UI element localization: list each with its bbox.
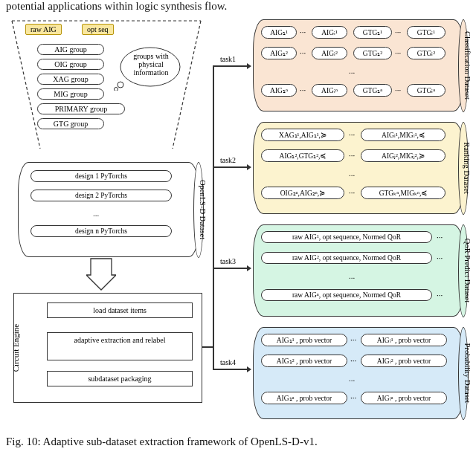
ds-cell: AIG₁¹ <box>261 26 297 39</box>
ds-cell: raw AIGⁿ, opt sequence, Normed QoR <box>261 289 432 301</box>
funnel-panel: raw AIG opt seq AIG group OIG group XAG … <box>10 19 202 150</box>
svg-marker-3 <box>86 259 116 290</box>
ellipsis: ··· <box>300 27 306 36</box>
ellipsis: ··· <box>350 393 356 402</box>
ds-cell: GTG₁² <box>353 47 392 59</box>
dataset-row: design 2 PyTorchs <box>30 190 172 201</box>
ellipsis: ... <box>93 209 99 218</box>
task-label: task3 <box>220 257 236 265</box>
ranking-cylinder: Ranking Dataset XAG₁¹,AIG₁¹,≽ ··· AIGᵢ¹,… <box>253 122 464 214</box>
openlsd-title: OpenLS-D Dataset <box>198 180 206 239</box>
svg-point-2 <box>115 88 118 91</box>
task-arrow <box>213 268 247 269</box>
group-item: OIG group <box>37 59 104 70</box>
ellipsis: ··· <box>437 291 443 300</box>
ds-cell: AIG₁¹ , prob vector <box>261 334 347 346</box>
ellipsis: ··· <box>349 130 355 139</box>
connector <box>202 346 213 348</box>
classification-cylinder: Classification Dataset AIG₁¹ ··· AIGᵢ¹ G… <box>253 19 464 111</box>
ds-cell: GTGᵢ¹ <box>407 26 446 39</box>
task-arrow <box>213 166 247 168</box>
ellipsis: ... <box>349 66 355 75</box>
ellipsis: ··· <box>395 27 401 36</box>
ellipsis: ··· <box>350 335 356 344</box>
ranking-title: Ranking Dataset <box>463 142 472 194</box>
ds-cell: AIG₁ⁿ <box>261 84 297 97</box>
ellipsis: ··· <box>395 85 401 94</box>
arrow-down-icon <box>86 257 116 291</box>
ds-cell: raw AIG², opt sequence, Normed QoR <box>261 252 432 264</box>
ellipsis: ··· <box>350 356 356 365</box>
ds-cell: AIGᵢ¹,MIGᵢ¹,≼ <box>361 129 446 141</box>
ds-cell: GTG₁¹ <box>353 26 392 39</box>
circuit-engine-panel: Circuit Engine load dataset items adapti… <box>13 293 202 403</box>
arrow-head-icon <box>247 366 251 372</box>
qor-cylinder: QoR Predict Dataset raw AIG¹, opt sequen… <box>253 224 464 317</box>
ds-cell: GTGᵢ² <box>407 47 446 59</box>
ds-cell: AIGᵢⁿ , prob vector <box>361 392 447 404</box>
tag-opt-seq: opt seq <box>82 24 114 35</box>
ds-cell: AIGᵢ² , prob vector <box>361 355 447 367</box>
engine-step: adaptive extraction and relabel <box>47 332 193 360</box>
openlsd-cylinder: OpenLS-D Dataset design 1 PyTorchs desig… <box>18 162 199 257</box>
engine-step: load dataset items <box>47 302 193 318</box>
ds-cell: AIGᵢⁿ <box>312 84 347 97</box>
group-item: PRIMARY group <box>37 103 125 114</box>
group-item: MIG group <box>37 88 104 100</box>
ds-cell: GTG₁ⁿ <box>353 84 392 97</box>
figure-diagram: raw AIG opt seq AIG group OIG group XAG … <box>6 13 470 431</box>
group-item: XAG group <box>37 74 104 85</box>
ds-cell: raw AIG¹, opt sequence, Normed QoR <box>261 231 432 243</box>
ds-cell: AIGᵢ² <box>312 47 347 59</box>
ellipsis: ··· <box>437 233 443 242</box>
ellipsis: ··· <box>349 188 355 197</box>
svg-point-1 <box>118 82 123 88</box>
ds-cell: GTGᵢⁿ <box>407 84 446 97</box>
task-label: task1 <box>220 55 236 63</box>
ellipsis: ... <box>349 169 355 178</box>
engine-step: subdataset packaging <box>47 371 193 386</box>
connector-bus <box>213 65 214 370</box>
ds-cell: AIG₁ⁿ , prob vector <box>261 392 347 404</box>
ellipsis: ··· <box>300 85 306 94</box>
dataset-row: design n PyTorchs <box>30 225 172 237</box>
classification-title: Classification Dataset <box>464 31 472 100</box>
ellipsis: ··· <box>395 48 401 57</box>
group-item: GTG group <box>37 118 104 129</box>
cutoff-page-text: potential applications within logic synt… <box>6 0 227 13</box>
group-item: AIG group <box>37 44 104 55</box>
arrow-head-icon <box>247 164 251 170</box>
ellipsis: ··· <box>300 48 306 57</box>
ds-cell: AIGᵢ¹ <box>312 26 347 39</box>
engine-title: Circuit Engine <box>11 324 20 372</box>
arrow-head-icon <box>247 63 251 69</box>
probability-cylinder: Probability Dataset AIG₁¹ , prob vector … <box>253 327 464 419</box>
ds-cell: GTGₖⁿ,MIGₖⁿ,≼ <box>361 187 446 199</box>
task-label: task2 <box>220 156 236 164</box>
ds-cell: AIG₁² <box>261 47 297 59</box>
ds-cell: AIG₁²,GTG₁²,≼ <box>261 149 344 162</box>
ellipsis: ··· <box>349 151 355 160</box>
ds-cell: AIG₁² , prob vector <box>261 355 347 367</box>
ellipsis: ... <box>349 271 355 280</box>
ellipsis: ... <box>349 374 355 383</box>
probability-title: Probability Dataset <box>463 343 472 404</box>
task-arrow <box>213 65 247 67</box>
qor-title: QoR Predict Dataset <box>463 239 471 302</box>
speech-text: groups with physical information <box>122 52 180 77</box>
ds-cell: AIGᵢ¹ , prob vector <box>361 334 447 346</box>
task-label: task4 <box>220 358 236 366</box>
arrow-head-icon <box>247 265 251 271</box>
ds-cell: AIGⱼ²,MIGⱼ²,≽ <box>361 149 446 162</box>
ds-cell: OIG₂ⁿ,AIG₂ⁿ,≽ <box>261 187 344 199</box>
task-arrow <box>213 369 247 370</box>
ds-cell: XAG₁¹,AIG₁¹,≽ <box>261 129 344 141</box>
figure-caption: Fig. 10: Adaptive sub-dataset extraction… <box>6 434 470 449</box>
ellipsis: ··· <box>437 253 443 262</box>
tag-raw-aig: raw AIG <box>25 24 62 35</box>
dataset-row: design 1 PyTorchs <box>30 170 172 182</box>
